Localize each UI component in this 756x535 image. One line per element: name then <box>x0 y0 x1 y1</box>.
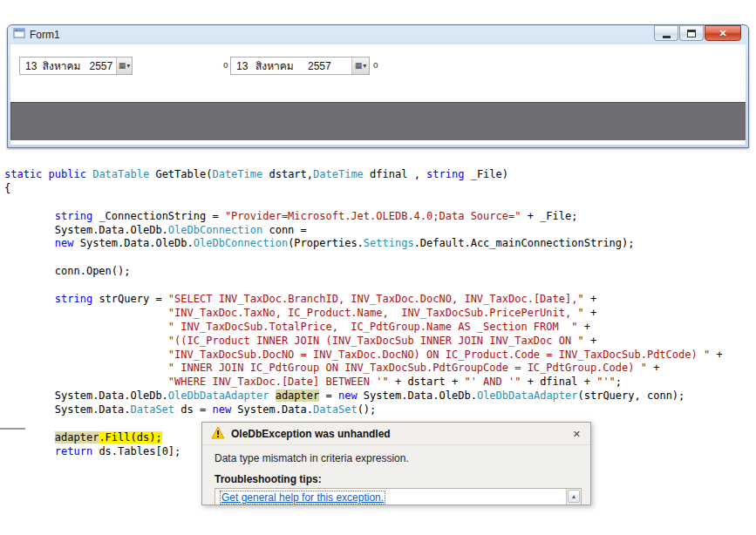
code-token: static public <box>4 168 92 180</box>
code-token: "' AND '" <box>464 376 521 388</box>
code-line[interactable]: System.Data.OleDb.OleDbConnection conn = <box>4 224 723 238</box>
code-line[interactable]: "((IC_Product INNER JOIN (INV_TaxDocSub … <box>4 335 723 349</box>
datepicker-end-day: 13 <box>236 60 255 72</box>
code-token: "((IC_Product INNER JOIN (INV_TaxDocSub … <box>168 335 584 347</box>
code-token: "Provider=Microsoft.Jet.OLEDB.4.0;Data S… <box>225 210 521 222</box>
code-token: dfinal , <box>364 168 426 180</box>
code-token: strQuery = <box>92 293 168 305</box>
datepicker-start-dropdown-button[interactable]: ▦ ▾ <box>116 58 132 74</box>
titlebar[interactable]: Form1 ✕ <box>8 25 748 44</box>
code-line[interactable]: " INV_TaxDocSub.TotalPrice, IC_PdtGroup.… <box>4 321 723 335</box>
code-line[interactable]: System.Data.DataSet ds = new System.Data… <box>4 403 723 417</box>
code-token: " INV_TaxDocSub.TotalPrice, IC_PdtGroup.… <box>168 321 578 333</box>
code-line[interactable] <box>4 279 723 293</box>
code-token <box>4 349 168 361</box>
code-line[interactable] <box>4 196 723 210</box>
code-token: dstart, <box>262 168 313 180</box>
code-line[interactable] <box>4 251 723 265</box>
code-token: = <box>319 389 338 402</box>
close-button[interactable]: ✕ <box>705 25 741 41</box>
code-token: OleDbDataAdapter <box>477 389 578 402</box>
code-token: DataTable <box>92 168 149 180</box>
code-line[interactable]: new System.Data.OleDb.OleDbConnection(Pr… <box>4 237 723 251</box>
code-line[interactable]: string _ConnectionString = "Provider=Mic… <box>4 210 723 224</box>
code-block[interactable]: static public DataTable GetTable(DateTim… <box>4 168 723 459</box>
code-token: ds = <box>174 403 212 416</box>
code-token: System.Data. <box>4 403 131 416</box>
code-token <box>4 293 55 305</box>
code-token: new <box>212 403 231 416</box>
code-token: adapter <box>276 389 320 402</box>
tips-scrollbar[interactable]: ▲ <box>566 489 581 505</box>
code-line[interactable]: "WHERE INV_TaxDoc.[Date] BETWEEN '" + ds… <box>4 376 723 389</box>
code-token: return <box>55 445 92 457</box>
code-token <box>4 376 168 388</box>
code-token: " INNER JOIN IC_PdtGroup ON INV_TaxDocSu… <box>168 362 647 374</box>
code-line[interactable]: { <box>4 182 723 196</box>
code-line[interactable]: "INV_TaxDocSub.DocNO = INV_TaxDoc.DocNO)… <box>4 349 723 362</box>
code-token: DataSet <box>313 403 358 416</box>
code-token: (); <box>358 403 377 416</box>
dialog-close-icon[interactable]: ✕ <box>570 429 583 440</box>
form-body-panel <box>10 102 746 140</box>
code-token: string <box>55 293 92 305</box>
datepicker-end[interactable]: 13 สิงหาคม 2557 ▦ ▾ <box>230 57 370 75</box>
code-token: System.Data.OleDb. <box>4 224 168 236</box>
code-token: "INV_TaxDocSub.DocNO = INV_TaxDoc.DocNO)… <box>168 349 710 361</box>
code-token: "'" <box>596 376 616 388</box>
maximize-button[interactable] <box>679 25 704 41</box>
code-token: + <box>710 349 722 361</box>
datepicker-start[interactable]: 13 สิงหาคม 2557 ▦ ▾ <box>19 57 133 75</box>
code-line[interactable]: static public DataTable GetTable(DateTim… <box>4 168 723 182</box>
code-token: GetTable( <box>149 168 212 180</box>
code-token: "WHERE INV_TaxDoc.[Date] BETWEEN '" <box>168 376 389 388</box>
chevron-down-icon: ▾ <box>126 63 130 70</box>
code-token <box>4 431 55 444</box>
code-token: DateTime <box>313 168 364 180</box>
code-line[interactable]: string strQuery = "SELECT INV_TaxDoc.Bra… <box>4 293 723 307</box>
code-token: OleDbConnection <box>168 224 262 236</box>
code-token: _ConnectionString = <box>92 210 225 222</box>
chevron-down-icon: ▾ <box>363 63 366 70</box>
datepicker-start-day: 13 <box>25 60 43 72</box>
datepicker-start-year: 2557 <box>90 60 116 72</box>
scroll-up-button[interactable]: ▲ <box>568 490 580 503</box>
dialog-header: OleDbException was unhandled ✕ <box>202 423 590 445</box>
focus-dot-right: o <box>373 60 378 70</box>
close-icon: ✕ <box>719 29 726 38</box>
caption-buttons: ✕ <box>654 25 741 41</box>
datepicker-end-year: 2557 <box>308 60 337 72</box>
dialog-title: OleDbException was unhandled <box>231 428 391 440</box>
code-token: System.Data.OleDb. <box>4 389 168 402</box>
datepicker-end-dropdown-button[interactable]: ▦ ▾ <box>351 58 369 74</box>
code-token: (strQuery, conn); <box>578 389 685 402</box>
code-token: string <box>55 210 92 222</box>
code-token: OleDbDataAdapter <box>168 389 269 402</box>
code-line[interactable]: " INNER JOIN IC_PdtGroup ON INV_TaxDocSu… <box>4 362 723 376</box>
code-line[interactable]: conn.Open(); <box>4 265 723 279</box>
dialog-tips-label: Troubleshooting tips: <box>202 469 590 488</box>
code-token <box>4 307 168 319</box>
code-token <box>4 445 55 457</box>
code-token: .Fill(ds); <box>99 431 161 444</box>
code-token: + <box>577 321 589 333</box>
help-link[interactable]: Get general help for this exception. <box>221 491 385 504</box>
code-token: + <box>584 293 596 305</box>
minimize-button[interactable] <box>654 25 678 41</box>
code-token <box>4 335 168 347</box>
code-token: new <box>338 389 358 402</box>
code-token: new <box>55 237 74 249</box>
form1-window: Form1 ✕ 13 สิงหาคม 2557 ▦ ▾ o 13 สิงห <box>7 24 749 148</box>
code-token: + <box>584 307 596 319</box>
code-token <box>4 321 168 333</box>
code-token: Settings <box>364 237 414 249</box>
code-token: OleDbConnection <box>194 237 288 249</box>
code-line[interactable]: "INV_TaxDoc.TaxNo, IC_Product.Name, INV_… <box>4 307 723 321</box>
code-token: DateTime <box>212 168 262 180</box>
calendar-icon: ▦ <box>119 62 126 70</box>
exception-dialog: OleDbException was unhandled ✕ Data type… <box>201 422 591 505</box>
code-line[interactable]: System.Data.OleDb.OleDbDataAdapter adapt… <box>4 389 723 403</box>
code-token: + dstart + <box>389 376 465 388</box>
code-token: .Default.Acc_mainConnectionString); <box>414 237 635 249</box>
datepicker-end-month: สิงหาคม <box>255 58 308 74</box>
